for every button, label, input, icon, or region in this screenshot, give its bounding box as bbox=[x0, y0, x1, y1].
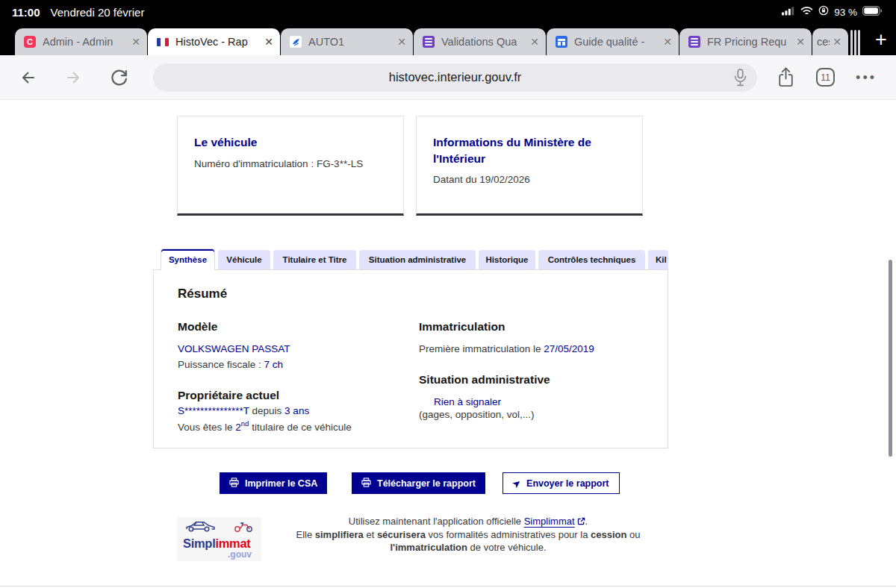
browser-tab-partial[interactable]: ces ✕ bbox=[812, 28, 848, 55]
tab-title: HistoVec - Rap bbox=[175, 36, 261, 48]
share-icon[interactable] bbox=[777, 66, 795, 88]
form-list-favicon-icon bbox=[688, 36, 700, 48]
new-tab-button[interactable]: + bbox=[875, 30, 887, 50]
url-text: histovec.interieur.gouv.fr bbox=[389, 70, 522, 84]
print-csa-label: Imprimer le CSA bbox=[245, 478, 317, 489]
send-report-button[interactable]: ➤ Envoyer le rapport bbox=[503, 472, 620, 494]
auto1-favicon-icon bbox=[290, 36, 302, 48]
close-icon[interactable]: ✕ bbox=[663, 37, 672, 47]
owner-heading: Propriétaire actuel bbox=[178, 389, 419, 402]
tab-controles-techniques[interactable]: Contrôles techniques bbox=[538, 250, 645, 269]
tab-title: Validations Qua bbox=[441, 36, 527, 48]
tab-title: FR Pricing Requ bbox=[707, 36, 793, 48]
resume-heading: Résumé bbox=[178, 287, 668, 301]
send-plane-icon: ➤ bbox=[511, 478, 522, 490]
tab-historique[interactable]: Historique bbox=[479, 250, 535, 269]
download-report-label: Télécharger le rapport bbox=[377, 478, 476, 489]
stacked-tab-edges bbox=[850, 28, 860, 55]
motorcycle-icon bbox=[234, 520, 254, 536]
immatriculation-heading: Immatriculation bbox=[419, 320, 668, 334]
tab-title: AUTO1 bbox=[308, 36, 394, 48]
vehicle-plate-text: Numéro d'immatriculation : FG-3**-LS bbox=[194, 158, 387, 169]
synthese-panel: Résumé Modèle VOLKSWAGEN PASSAT Puissanc… bbox=[153, 269, 668, 448]
printer-icon bbox=[361, 478, 371, 490]
back-icon[interactable] bbox=[19, 69, 37, 87]
forward-icon[interactable] bbox=[64, 69, 82, 87]
footer-line-3: l'immatriculation de votre véhicule. bbox=[293, 541, 644, 554]
browser-tab-pricing[interactable]: FR Pricing Requ ✕ bbox=[679, 28, 812, 55]
browser-tab-strip: C Admin - Admin ✕ HistoVec - Rap ✕ AUTO1… bbox=[0, 24, 896, 55]
model-name: VOLKSWAGEN PASSAT bbox=[178, 343, 419, 354]
fiscal-power-line: Puissance fiscale : 7 ch bbox=[178, 359, 419, 370]
ministry-date-text: Datant du 19/02/2026 bbox=[433, 174, 626, 185]
simplimmat-wordmark: Simplimmat bbox=[183, 537, 255, 550]
tab-counter-button[interactable]: 11 bbox=[816, 68, 835, 87]
form-list-favicon-icon bbox=[423, 36, 435, 48]
owner-line: S***************T depuis 3 ans bbox=[178, 405, 419, 416]
tab-title: ces bbox=[817, 36, 830, 48]
first-registration-date: 27/05/2019 bbox=[544, 343, 594, 354]
rotation-lock-icon bbox=[818, 5, 829, 19]
ipad-browser-screen: 11:00 Vendredi 20 février 93 % C Admin -… bbox=[0, 0, 896, 588]
simplimmat-logo: Simplimmat .gouv bbox=[177, 517, 261, 561]
gouv-label: .gouv bbox=[183, 550, 255, 559]
situation-heading: Situation administrative bbox=[419, 373, 668, 387]
browser-tab-validations[interactable]: Validations Qua ✕ bbox=[414, 28, 546, 55]
battery-icon bbox=[862, 5, 883, 19]
tab-vehicule[interactable]: Véhicule bbox=[218, 250, 270, 269]
reload-icon[interactable] bbox=[109, 67, 129, 87]
holder-line: Vous êtes le 2nd titulaire de ce véhicul… bbox=[178, 419, 419, 433]
close-icon[interactable]: ✕ bbox=[530, 37, 539, 47]
vehicle-card: Le véhicule Numéro d'immatriculation : F… bbox=[177, 116, 404, 216]
c-logo-favicon-icon: C bbox=[24, 36, 36, 48]
battery-percent: 93 % bbox=[834, 7, 857, 18]
footer-text: Utilisez maintenant l'application offici… bbox=[293, 515, 644, 554]
status-bar: 11:00 Vendredi 20 février 93 % bbox=[0, 0, 896, 24]
address-bar[interactable]: histovec.interieur.gouv.fr bbox=[153, 63, 757, 92]
first-registration-line: Première immatriculation le 27/05/2019 bbox=[419, 343, 668, 354]
close-icon[interactable]: ✕ bbox=[796, 37, 805, 47]
browser-tab-histovec[interactable]: HistoVec - Rap ✕ bbox=[148, 28, 280, 55]
external-link-icon bbox=[577, 516, 585, 528]
cellular-signal-icon bbox=[782, 5, 795, 19]
simplimmat-link[interactable]: Simplimmat bbox=[524, 516, 575, 527]
footer-divider bbox=[0, 586, 896, 587]
browser-tab-auto1[interactable]: AUTO1 ✕ bbox=[281, 28, 413, 55]
tab-situation-administrative[interactable]: Situation administrative bbox=[359, 250, 476, 269]
browser-toolbar: histovec.interieur.gouv.fr 11 ••• bbox=[0, 55, 896, 100]
close-icon[interactable]: ✕ bbox=[833, 37, 841, 47]
layout-grid-favicon-icon bbox=[556, 36, 567, 48]
footer-line-1: Utilisez maintenant l'application offici… bbox=[293, 515, 644, 528]
tab-title: Admin - Admin bbox=[43, 36, 128, 48]
status-date: Vendredi 20 février bbox=[51, 6, 145, 19]
browser-tab-guide[interactable]: Guide qualité - ✕ bbox=[547, 28, 679, 55]
situation-status: Rien à signaler bbox=[419, 396, 668, 407]
close-icon[interactable]: ✕ bbox=[131, 37, 140, 47]
tab-kilometrage[interactable]: Kil bbox=[648, 250, 668, 269]
french-flag-favicon-icon bbox=[157, 36, 169, 48]
tab-title: Guide qualité - bbox=[574, 36, 660, 48]
print-csa-button[interactable]: Imprimer le CSA bbox=[220, 472, 327, 494]
vehicle-card-title: Le véhicule bbox=[194, 134, 387, 151]
ministry-card: Informations du Ministère de l'Intérieur… bbox=[416, 116, 643, 216]
owner-duration: 3 ans bbox=[284, 405, 309, 416]
browser-tab-admin[interactable]: C Admin - Admin ✕ bbox=[15, 28, 147, 55]
tab-titulaire-et-titre[interactable]: Titulaire et Titre bbox=[273, 250, 356, 269]
car-icon bbox=[184, 519, 217, 536]
clock: 11:00 bbox=[12, 6, 40, 19]
model-heading: Modèle bbox=[178, 320, 419, 334]
report-tab-bar: Synthèse Véhicule Titulaire et Titre Sit… bbox=[153, 248, 668, 270]
printer-icon bbox=[229, 478, 239, 490]
microphone-icon[interactable] bbox=[732, 68, 748, 90]
tab-synthese[interactable]: Synthèse bbox=[161, 248, 215, 270]
send-report-label: Envoyer le rapport bbox=[526, 478, 609, 489]
download-report-button[interactable]: Télécharger le rapport bbox=[352, 472, 485, 494]
overflow-menu-icon[interactable]: ••• bbox=[856, 71, 877, 84]
close-icon[interactable]: ✕ bbox=[397, 37, 406, 47]
histovec-page: Le véhicule Numéro d'immatriculation : F… bbox=[0, 100, 896, 588]
close-icon[interactable]: ✕ bbox=[264, 37, 273, 47]
fiscal-power-value: 7 ch bbox=[264, 359, 284, 370]
owner-masked-name: S***************T bbox=[178, 405, 249, 416]
scrollbar-thumb[interactable] bbox=[889, 260, 892, 457]
wifi-icon bbox=[800, 5, 813, 19]
